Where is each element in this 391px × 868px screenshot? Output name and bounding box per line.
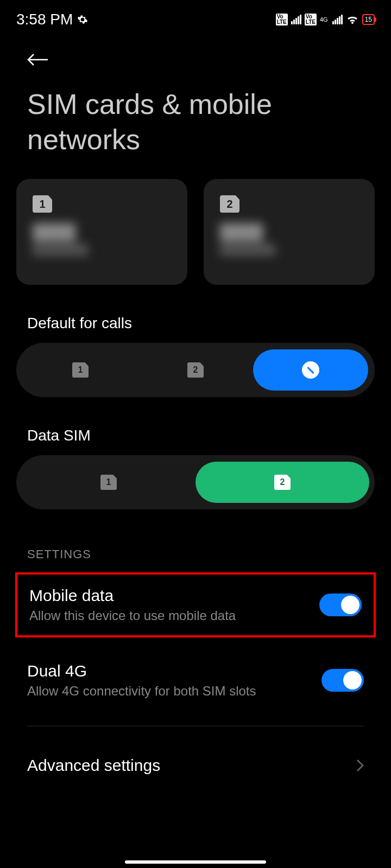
volte-icon-1: VoLTE (276, 14, 288, 25)
default-calls-not-set[interactable] (253, 349, 368, 391)
data-sim-2[interactable]: 2 (195, 462, 369, 503)
sim-2-details-redacted: ████ ████████ (220, 224, 358, 256)
sim-chip-icon: 1 (33, 195, 52, 213)
status-left: 3:58 PM (16, 11, 88, 28)
dual-4g-row[interactable]: Dual 4G Allow 4G connectivity for both S… (0, 648, 391, 712)
advanced-settings-row[interactable]: Advanced settings (0, 740, 391, 791)
default-calls-sim-2[interactable]: 2 (138, 349, 253, 391)
mobile-data-subtitle: Allow this device to use mobile data (29, 608, 319, 623)
data-sim-1[interactable]: 1 (22, 462, 195, 503)
clock: 3:58 PM (16, 11, 73, 28)
sim-1-details-redacted: ████ ████████ (33, 224, 171, 256)
status-bar: 3:58 PM VoLTE VoLTE 4G 15 (0, 0, 391, 33)
home-indicator[interactable] (125, 860, 266, 864)
advanced-settings-title: Advanced settings (27, 756, 160, 775)
network-type-label: 4G (320, 17, 329, 23)
sim-chip-icon: 1 (72, 362, 89, 378)
gear-icon (77, 14, 88, 25)
battery-level: 15 (365, 16, 372, 23)
dual-4g-subtitle: Allow 4G connectivity for both SIM slots (27, 684, 321, 699)
volte-icon-2: VoLTE (305, 14, 317, 25)
wifi-icon (346, 14, 359, 25)
mobile-data-toggle[interactable] (319, 593, 362, 616)
data-sim-selector: 1 2 (16, 455, 375, 509)
battery-icon: 15 (362, 14, 375, 25)
page-title: SIM cards & mobile networks (27, 87, 364, 157)
chevron-right-icon (356, 759, 364, 772)
mobile-data-text: Mobile data Allow this device to use mob… (29, 586, 319, 623)
default-calls-sim-1[interactable]: 1 (23, 349, 138, 391)
signal-icon-2 (332, 15, 343, 24)
status-right: VoLTE VoLTE 4G 15 (276, 14, 375, 25)
sim-cards-container: 1 ████ ████████ 2 ████ ████████ (0, 179, 391, 285)
dual-4g-toggle[interactable] (321, 669, 364, 692)
mobile-data-highlight: Mobile data Allow this device to use mob… (15, 572, 376, 637)
default-calls-label: Default for calls (27, 315, 364, 332)
not-set-icon (302, 361, 319, 379)
data-sim-label: Data SIM (27, 427, 364, 444)
signal-icon-1 (291, 15, 301, 24)
sim-card-1[interactable]: 1 ████ ████████ (16, 179, 187, 285)
back-button[interactable] (27, 49, 54, 71)
settings-section-header: SETTINGS (27, 547, 364, 561)
default-calls-selector: 1 2 (16, 343, 375, 397)
sim-chip-icon: 2 (220, 195, 239, 213)
sim-chip-icon: 2 (274, 475, 291, 490)
dual-4g-title: Dual 4G (27, 662, 321, 680)
sim-chip-icon: 2 (187, 362, 204, 378)
sim-chip-icon: 1 (100, 475, 117, 490)
divider (27, 726, 364, 726)
sim-card-2[interactable]: 2 ████ ████████ (204, 179, 375, 285)
dual-4g-text: Dual 4G Allow 4G connectivity for both S… (27, 662, 321, 699)
mobile-data-title: Mobile data (29, 586, 319, 605)
arrow-left-icon (27, 53, 49, 66)
mobile-data-row[interactable]: Mobile data Allow this device to use mob… (17, 575, 374, 635)
